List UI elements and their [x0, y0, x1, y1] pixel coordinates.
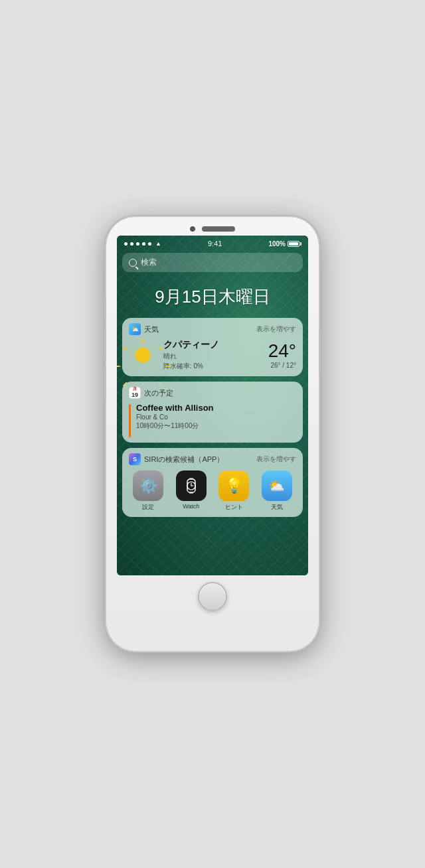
calendar-widget-title: 次の予定	[144, 388, 173, 398]
weather-widget-header: ⛅ 天気 表示を増やす	[129, 323, 296, 335]
phone-frame: ▲ 9:41 100% 検索 9月15日木曜日	[106, 217, 319, 651]
weather-temperature: 24° 26° / 12°	[268, 342, 296, 369]
watch-app-icon	[176, 470, 207, 501]
siri-widget-title: SIRIの検索候補（APP）	[144, 455, 224, 465]
weather-title-row: ⛅ 天気	[129, 323, 159, 335]
gear-icon: ⚙️	[139, 477, 157, 494]
settings-app-label: 設定	[142, 503, 154, 512]
calendar-widget[interactable]: 月 19 次の予定 Coffee with Allison Flour & Co…	[122, 382, 303, 443]
watch-icon-svg	[181, 476, 201, 496]
settings-app-icon: ⚙️	[133, 470, 163, 501]
calendar-content: Coffee with Allison Flour & Co 10時00分〜11…	[129, 403, 296, 437]
weather-content: クパティーノ 晴れ 降水確率: 0% 24° 26° / 12°	[129, 339, 296, 371]
weather-condition: 晴れ	[163, 352, 262, 361]
bottom-area	[198, 575, 227, 619]
widgets-container: ⛅ 天気 表示を増やす	[117, 318, 308, 517]
date-heading: 9月15日木曜日	[117, 275, 308, 318]
calendar-app-icon: 月 19	[129, 387, 141, 399]
siri-widget-header: S SIRIの検索候補（APP） 表示を増やす	[129, 453, 296, 465]
signal-dot-5	[148, 242, 151, 246]
sun-circle	[135, 348, 150, 362]
watch-app-label: Watch	[183, 503, 199, 510]
app-item-tips[interactable]: 💡 ヒント	[214, 470, 254, 512]
siri-widget[interactable]: S SIRIの検索候補（APP） 表示を増やす ⚙️ 設定	[122, 448, 303, 517]
svg-rect-4	[189, 478, 193, 480]
battery-tip	[300, 242, 301, 246]
sun-icon	[129, 341, 157, 369]
weather-app-icon: ⛅	[129, 323, 141, 335]
weather-app-label: 天気	[271, 503, 283, 512]
battery-fill	[289, 242, 298, 246]
siri-more-button[interactable]: 表示を増やす	[256, 455, 296, 464]
search-placeholder: 検索	[141, 257, 157, 268]
tips-app-icon: 💡	[218, 470, 249, 501]
city-name: クパティーノ	[163, 339, 262, 351]
signal-dot-1	[124, 242, 128, 246]
weather-app-icon-small: ⛅	[262, 470, 292, 501]
weather-widget[interactable]: ⛅ 天気 表示を増やす	[122, 318, 303, 376]
precipitation: 降水確率: 0%	[163, 362, 262, 371]
status-bar: ▲ 9:41 100%	[117, 236, 308, 250]
event-color-bar	[129, 404, 131, 437]
search-icon	[129, 259, 137, 267]
search-bar[interactable]: 検索	[122, 253, 303, 272]
temp-range: 26° / 12°	[268, 362, 296, 369]
speaker-grille	[202, 226, 235, 232]
wifi-icon: ▲	[155, 240, 161, 247]
power-button[interactable]	[319, 330, 321, 373]
signal-indicators: ▲	[124, 240, 161, 247]
svg-rect-5	[189, 492, 193, 494]
volume-up-button[interactable]	[104, 326, 106, 360]
home-button[interactable]	[198, 582, 227, 611]
weather-small-icon: ⛅	[268, 478, 285, 494]
siri-app-grid: ⚙️ 設定	[129, 470, 296, 512]
weather-widget-title: 天気	[144, 325, 159, 334]
battery-area: 100%	[268, 240, 301, 248]
event-title: Coffee with Allison	[136, 403, 296, 413]
battery-percentage: 100%	[268, 240, 286, 248]
siri-app-icon: S	[129, 453, 141, 465]
signal-dot-3	[136, 242, 139, 246]
volume-down-button[interactable]	[104, 366, 106, 399]
signal-dot-4	[142, 242, 145, 246]
battery-icon	[288, 241, 301, 247]
app-item-weather[interactable]: ⛅ 天気	[258, 470, 297, 512]
app-item-watch[interactable]: Watch	[172, 470, 211, 512]
calendar-date-number: 19	[131, 392, 138, 399]
siri-title-row: S SIRIの検索候補（APP）	[129, 453, 224, 465]
front-camera	[190, 226, 195, 232]
screen: ▲ 9:41 100% 検索 9月15日木曜日	[117, 236, 308, 575]
event-location: Flour & Co	[136, 413, 296, 421]
top-sensors	[106, 217, 319, 236]
event-info: Coffee with Allison Flour & Co 10時00分〜11…	[136, 403, 296, 431]
event-time: 10時00分〜11時00分	[136, 421, 296, 431]
calendar-widget-header: 月 19 次の予定	[129, 387, 296, 399]
tips-app-label: ヒント	[225, 503, 243, 512]
clock: 9:41	[208, 240, 222, 248]
temp-current: 24°	[268, 342, 296, 360]
signal-dot-2	[130, 242, 133, 246]
app-item-settings[interactable]: ⚙️ 設定	[129, 470, 168, 512]
weather-more-button[interactable]: 表示を増やす	[256, 325, 296, 334]
bulb-icon: 💡	[225, 477, 243, 494]
calendar-title-row: 月 19 次の予定	[129, 387, 173, 399]
weather-info: クパティーノ 晴れ 降水確率: 0%	[163, 339, 262, 371]
